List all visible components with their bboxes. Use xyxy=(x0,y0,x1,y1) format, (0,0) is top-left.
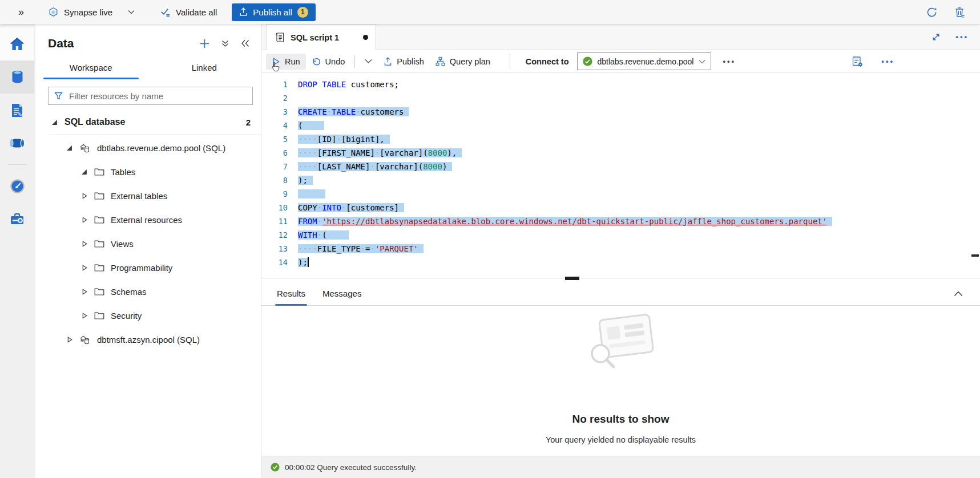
filter-input[interactable] xyxy=(68,91,247,102)
rail-item-home[interactable] xyxy=(0,27,34,60)
code-line[interactable]: 5····[ID]·[bigint], xyxy=(261,132,980,146)
pool-select-dropdown[interactable]: dbtlabs.revenue.demo.pool xyxy=(577,52,712,70)
validate-all-button[interactable]: Validate all xyxy=(160,7,217,17)
empty-results-title: No results to show xyxy=(572,413,670,426)
toolbar-more-icon[interactable]: ••• xyxy=(881,57,894,66)
tab-workspace[interactable]: Workspace xyxy=(34,57,148,79)
code-line[interactable]: 13····FILE_TYPE·=·'PARQUET' xyxy=(261,242,980,256)
code-line-content: FROM·'https://dbtlabsynapsedatalake.blob… xyxy=(288,214,832,228)
tree-item-external-tables[interactable]: External tables xyxy=(34,184,261,208)
connected-check-icon xyxy=(583,56,592,66)
chevron-collapsed-icon[interactable] xyxy=(81,265,88,271)
mode-picker[interactable]: Synapse live xyxy=(48,7,135,18)
pane-splitter[interactable] xyxy=(261,275,980,282)
tree-item-dbtmsft-azsyn-cipool-sql[interactable]: dbtmsft.azsyn.cipool (SQL) xyxy=(34,327,261,351)
collapse-results-icon[interactable] xyxy=(954,291,963,297)
tree-item-external-resources[interactable]: External resources xyxy=(34,208,261,232)
tree-item-dbtlabs-revenue-demo-pool-sql[interactable]: dbtlabs.revenue.demo.pool (SQL) xyxy=(34,136,261,160)
trash-icon[interactable] xyxy=(954,6,965,18)
tab-sql-script[interactable]: SQL script 1 xyxy=(267,24,376,50)
chevron-collapsed-icon[interactable] xyxy=(81,313,88,319)
code-line[interactable]: 10COPY·INTO·[customers] xyxy=(261,201,980,214)
publish-icon xyxy=(384,57,392,66)
empty-results-subtitle: Your query yielded no displayable result… xyxy=(546,435,696,444)
code-line[interactable]: 4( xyxy=(261,119,980,132)
tree-item-views[interactable]: Views xyxy=(34,232,261,256)
splitter-handle[interactable] xyxy=(565,277,579,280)
expand-editor-icon[interactable] xyxy=(931,33,941,42)
collapse-all-icon[interactable] xyxy=(221,39,229,48)
publish-upload-icon xyxy=(239,7,248,17)
code-line-content: CREATE·TABLE·customers xyxy=(288,105,409,119)
collapse-panel-icon[interactable] xyxy=(241,39,249,47)
rail-item-manage[interactable] xyxy=(0,202,34,236)
refresh-icon[interactable] xyxy=(926,6,938,18)
chevron-expanded-icon[interactable] xyxy=(81,169,88,175)
code-line[interactable]: 8); xyxy=(261,173,980,187)
rail-item-integrate[interactable] xyxy=(0,127,34,160)
connect-more-icon[interactable]: ••• xyxy=(723,57,736,66)
code-line[interactable]: 12WITH·( xyxy=(261,228,980,242)
code-line[interactable]: 9 xyxy=(261,187,980,201)
tree-item-label: dbtlabs.revenue.demo.pool (SQL) xyxy=(97,143,225,153)
publish-all-button[interactable]: Publish all 1 xyxy=(232,3,315,21)
chevron-collapsed-icon[interactable] xyxy=(81,241,88,247)
code-line-content: WITH·( xyxy=(288,228,349,242)
code-line[interactable]: 3CREATE·TABLE·customers xyxy=(261,105,980,119)
tab-linked[interactable]: Linked xyxy=(148,57,261,79)
chevron-collapsed-icon[interactable] xyxy=(81,217,88,223)
connect-to-label: Connect to xyxy=(526,57,569,66)
synapse-live-icon xyxy=(48,7,59,18)
tree-item-schemas[interactable]: Schemas xyxy=(34,279,261,303)
code-line[interactable]: 1DROP TABLE customers; xyxy=(261,78,980,91)
query-plan-icon xyxy=(435,56,445,66)
query-plan-button[interactable]: Query plan xyxy=(430,53,496,70)
activity-rail xyxy=(0,24,34,478)
tab-results[interactable]: Results xyxy=(275,282,307,306)
expand-menu-icon[interactable]: » xyxy=(0,6,24,18)
publish-button[interactable]: Publish xyxy=(378,54,430,70)
code-line[interactable]: 2 xyxy=(261,91,980,105)
code-line[interactable]: 14); xyxy=(261,256,980,269)
doc-tab-title: SQL script 1 xyxy=(291,33,339,42)
tree-item-programmability[interactable]: Programmability xyxy=(34,256,261,279)
toolbar-right-actions: ••• xyxy=(852,56,894,67)
home-icon xyxy=(9,37,25,51)
code-lines: 1DROP TABLE customers;23CREATE·TABLE·cus… xyxy=(261,78,980,269)
sql-code-editor[interactable]: 1DROP TABLE customers;23CREATE·TABLE·cus… xyxy=(261,73,980,275)
tree-item-label: External tables xyxy=(111,191,167,201)
tab-messages[interactable]: Messages xyxy=(321,282,363,306)
tree-item-tables[interactable]: Tables xyxy=(34,160,261,184)
rail-item-monitor[interactable] xyxy=(0,169,34,202)
code-line[interactable]: 7····[LAST_NAME]·[varchar](8000) xyxy=(261,160,980,173)
topbar-right-actions xyxy=(926,6,980,18)
properties-icon[interactable] xyxy=(852,56,863,67)
code-line-content: ); xyxy=(288,256,309,269)
add-resource-button[interactable] xyxy=(200,39,209,48)
code-line[interactable]: 11FROM·'https://dbtlabsynapsedatalake.bl… xyxy=(261,214,980,228)
run-button[interactable]: Run xyxy=(266,54,306,70)
undo-button[interactable]: Undo xyxy=(306,54,351,70)
line-number: 11 xyxy=(261,214,288,228)
line-number: 10 xyxy=(261,201,288,214)
run-options-chevron[interactable] xyxy=(359,55,378,67)
query-status-bar: 00:00:02 Query executed successfully. xyxy=(261,456,980,478)
chevron-collapsed-icon[interactable] xyxy=(66,337,73,343)
tree-item-label: Schemas xyxy=(111,287,147,297)
success-check-icon xyxy=(271,463,280,472)
folder-icon xyxy=(94,192,104,200)
code-line-content: ( xyxy=(288,119,324,132)
data-panel-tabs: Workspace Linked xyxy=(34,57,261,79)
chevron-collapsed-icon[interactable] xyxy=(81,193,88,199)
tree-item-sql-database[interactable]: SQL database2 xyxy=(34,110,261,134)
tree-item-security[interactable]: Security xyxy=(34,303,261,327)
chevron-expanded-icon[interactable] xyxy=(66,145,73,151)
rail-item-develop[interactable] xyxy=(0,94,34,127)
folder-icon xyxy=(94,264,104,272)
chevron-expanded-icon[interactable] xyxy=(51,119,58,125)
rail-item-data[interactable] xyxy=(0,60,34,94)
code-line[interactable]: 6····[FIRST_NAME]·[varchar](8000), xyxy=(261,146,980,160)
chevron-collapsed-icon[interactable] xyxy=(81,289,88,295)
tab-more-actions-icon[interactable]: ••• xyxy=(955,33,969,41)
overview-ruler-mark xyxy=(971,254,979,257)
